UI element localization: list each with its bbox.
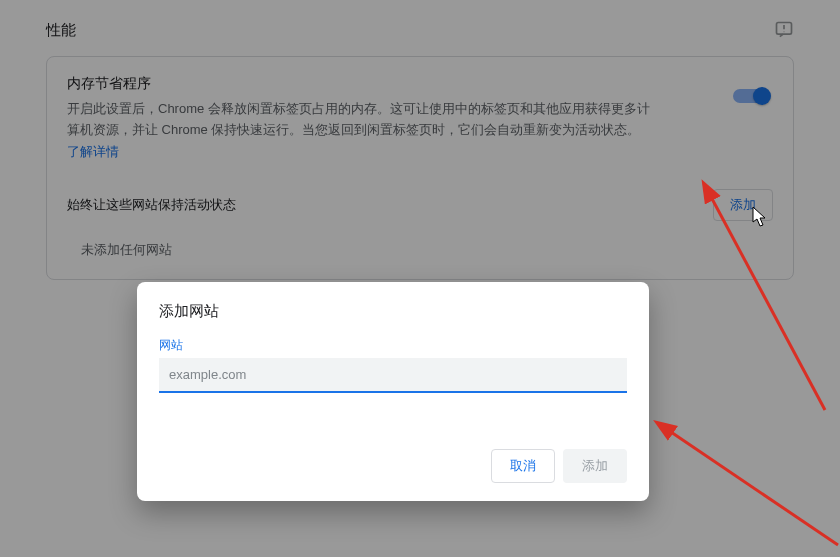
site-field-label: 网站 — [159, 337, 627, 354]
cancel-button[interactable]: 取消 — [491, 449, 555, 483]
confirm-add-button[interactable]: 添加 — [563, 449, 627, 483]
dialog-actions: 取消 添加 — [159, 393, 627, 501]
add-site-dialog: 添加网站 网站 取消 添加 — [137, 282, 649, 501]
dialog-title: 添加网站 — [159, 302, 627, 321]
site-url-input[interactable] — [159, 358, 627, 393]
